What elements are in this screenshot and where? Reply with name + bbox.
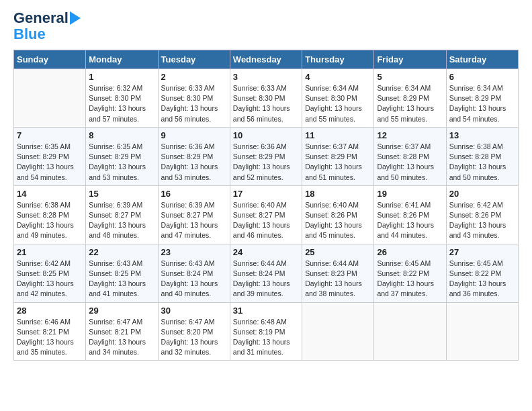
day-info: Sunrise: 6:47 AM Sunset: 8:20 PM Dayligh… (161, 317, 227, 358)
calendar-cell: 3Sunrise: 6:33 AM Sunset: 8:30 PM Daylig… (230, 69, 302, 128)
day-info: Sunrise: 6:36 AM Sunset: 8:29 PM Dayligh… (161, 142, 227, 183)
day-number: 20 (449, 189, 515, 199)
day-number: 10 (233, 130, 299, 140)
calendar-cell: 12Sunrise: 6:37 AM Sunset: 8:28 PM Dayli… (374, 127, 446, 185)
logo: General Blue (13, 11, 81, 43)
day-number: 28 (17, 306, 83, 316)
calendar-cell (446, 302, 518, 361)
header-thursday: Thursday (302, 50, 374, 69)
calendar-cell: 25Sunrise: 6:44 AM Sunset: 8:23 PM Dayli… (302, 244, 374, 302)
day-number: 25 (305, 247, 371, 257)
calendar-cell: 15Sunrise: 6:39 AM Sunset: 8:27 PM Dayli… (86, 185, 158, 244)
calendar-cell: 2Sunrise: 6:33 AM Sunset: 8:30 PM Daylig… (158, 69, 230, 128)
page-header: General Blue (13, 11, 519, 43)
day-number: 2 (161, 72, 227, 82)
day-info: Sunrise: 6:46 AM Sunset: 8:21 PM Dayligh… (17, 317, 83, 358)
calendar-cell: 14Sunrise: 6:38 AM Sunset: 8:28 PM Dayli… (14, 185, 86, 244)
calendar-cell: 28Sunrise: 6:46 AM Sunset: 8:21 PM Dayli… (14, 302, 86, 361)
header-friday: Friday (374, 50, 446, 69)
calendar-cell: 27Sunrise: 6:45 AM Sunset: 8:22 PM Dayli… (446, 244, 518, 302)
day-info: Sunrise: 6:34 AM Sunset: 8:29 PM Dayligh… (449, 83, 515, 124)
day-info: Sunrise: 6:35 AM Sunset: 8:29 PM Dayligh… (17, 142, 83, 183)
calendar-cell: 18Sunrise: 6:40 AM Sunset: 8:26 PM Dayli… (302, 185, 374, 244)
day-info: Sunrise: 6:45 AM Sunset: 8:22 PM Dayligh… (449, 259, 515, 300)
calendar-week-row: 28Sunrise: 6:46 AM Sunset: 8:21 PM Dayli… (14, 302, 519, 361)
calendar-cell: 6Sunrise: 6:34 AM Sunset: 8:29 PM Daylig… (446, 69, 518, 128)
calendar-cell: 1Sunrise: 6:32 AM Sunset: 8:30 PM Daylig… (86, 69, 158, 128)
calendar-week-row: 14Sunrise: 6:38 AM Sunset: 8:28 PM Dayli… (14, 185, 519, 244)
calendar-cell: 4Sunrise: 6:34 AM Sunset: 8:30 PM Daylig… (302, 69, 374, 128)
day-info: Sunrise: 6:41 AM Sunset: 8:26 PM Dayligh… (377, 200, 443, 241)
day-number: 19 (377, 189, 443, 199)
day-number: 7 (17, 130, 83, 140)
day-info: Sunrise: 6:32 AM Sunset: 8:30 PM Dayligh… (89, 83, 154, 124)
calendar-cell: 17Sunrise: 6:40 AM Sunset: 8:27 PM Dayli… (230, 185, 302, 244)
day-number: 6 (449, 72, 515, 82)
calendar-week-row: 1Sunrise: 6:32 AM Sunset: 8:30 PM Daylig… (14, 69, 519, 128)
header-wednesday: Wednesday (230, 50, 302, 69)
day-info: Sunrise: 6:47 AM Sunset: 8:21 PM Dayligh… (89, 317, 154, 358)
day-number: 30 (161, 306, 227, 316)
day-number: 18 (305, 189, 371, 199)
calendar-cell: 22Sunrise: 6:43 AM Sunset: 8:25 PM Dayli… (86, 244, 158, 302)
day-info: Sunrise: 6:42 AM Sunset: 8:26 PM Dayligh… (449, 200, 515, 241)
header-saturday: Saturday (446, 50, 518, 69)
calendar-cell: 24Sunrise: 6:44 AM Sunset: 8:24 PM Dayli… (230, 244, 302, 302)
day-info: Sunrise: 6:34 AM Sunset: 8:30 PM Dayligh… (305, 83, 371, 124)
day-info: Sunrise: 6:44 AM Sunset: 8:24 PM Dayligh… (233, 259, 299, 300)
day-number: 26 (377, 247, 443, 257)
day-number: 21 (17, 247, 83, 257)
calendar-cell: 13Sunrise: 6:38 AM Sunset: 8:28 PM Dayli… (446, 127, 518, 185)
day-info: Sunrise: 6:43 AM Sunset: 8:24 PM Dayligh… (161, 259, 227, 300)
calendar-cell: 16Sunrise: 6:39 AM Sunset: 8:27 PM Dayli… (158, 185, 230, 244)
day-info: Sunrise: 6:34 AM Sunset: 8:29 PM Dayligh… (377, 83, 443, 124)
day-number: 1 (89, 72, 154, 82)
day-number: 4 (305, 72, 371, 82)
calendar-cell: 8Sunrise: 6:35 AM Sunset: 8:29 PM Daylig… (86, 127, 158, 185)
calendar-cell (14, 69, 86, 128)
day-number: 14 (17, 189, 83, 199)
day-number: 23 (161, 247, 227, 257)
header-tuesday: Tuesday (158, 50, 230, 69)
calendar-cell (374, 302, 446, 361)
day-number: 3 (233, 72, 299, 82)
day-info: Sunrise: 6:42 AM Sunset: 8:25 PM Dayligh… (17, 259, 83, 300)
calendar-table: SundayMondayTuesdayWednesdayThursdayFrid… (13, 50, 519, 361)
header-sunday: Sunday (14, 50, 86, 69)
day-info: Sunrise: 6:33 AM Sunset: 8:30 PM Dayligh… (233, 83, 299, 124)
day-info: Sunrise: 6:39 AM Sunset: 8:27 PM Dayligh… (89, 200, 154, 241)
calendar-cell: 10Sunrise: 6:36 AM Sunset: 8:29 PM Dayli… (230, 127, 302, 185)
logo-arrow-icon (70, 11, 81, 25)
calendar-cell: 29Sunrise: 6:47 AM Sunset: 8:21 PM Dayli… (86, 302, 158, 361)
calendar-cell: 23Sunrise: 6:43 AM Sunset: 8:24 PM Dayli… (158, 244, 230, 302)
logo-text-general: General (13, 11, 69, 26)
logo-text-blue: Blue (13, 26, 46, 43)
day-number: 29 (89, 306, 154, 316)
day-info: Sunrise: 6:38 AM Sunset: 8:28 PM Dayligh… (449, 142, 515, 183)
day-number: 11 (305, 130, 371, 140)
calendar-cell: 21Sunrise: 6:42 AM Sunset: 8:25 PM Dayli… (14, 244, 86, 302)
day-info: Sunrise: 6:38 AM Sunset: 8:28 PM Dayligh… (17, 200, 83, 241)
day-info: Sunrise: 6:40 AM Sunset: 8:27 PM Dayligh… (233, 200, 299, 241)
day-info: Sunrise: 6:44 AM Sunset: 8:23 PM Dayligh… (305, 259, 371, 300)
calendar-cell: 9Sunrise: 6:36 AM Sunset: 8:29 PM Daylig… (158, 127, 230, 185)
day-number: 16 (161, 189, 227, 199)
day-info: Sunrise: 6:43 AM Sunset: 8:25 PM Dayligh… (89, 259, 154, 300)
day-info: Sunrise: 6:37 AM Sunset: 8:28 PM Dayligh… (377, 142, 443, 183)
day-number: 24 (233, 247, 299, 257)
day-info: Sunrise: 6:40 AM Sunset: 8:26 PM Dayligh… (305, 200, 371, 241)
day-info: Sunrise: 6:48 AM Sunset: 8:19 PM Dayligh… (233, 317, 299, 358)
calendar-cell: 20Sunrise: 6:42 AM Sunset: 8:26 PM Dayli… (446, 185, 518, 244)
calendar-cell: 31Sunrise: 6:48 AM Sunset: 8:19 PM Dayli… (230, 302, 302, 361)
calendar-cell: 26Sunrise: 6:45 AM Sunset: 8:22 PM Dayli… (374, 244, 446, 302)
calendar-week-row: 7Sunrise: 6:35 AM Sunset: 8:29 PM Daylig… (14, 127, 519, 185)
day-number: 17 (233, 189, 299, 199)
day-number: 31 (233, 306, 299, 316)
calendar-cell: 11Sunrise: 6:37 AM Sunset: 8:29 PM Dayli… (302, 127, 374, 185)
day-number: 5 (377, 72, 443, 82)
day-number: 12 (377, 130, 443, 140)
calendar-cell (302, 302, 374, 361)
day-info: Sunrise: 6:33 AM Sunset: 8:30 PM Dayligh… (161, 83, 227, 124)
day-number: 22 (89, 247, 154, 257)
day-number: 8 (89, 130, 154, 140)
